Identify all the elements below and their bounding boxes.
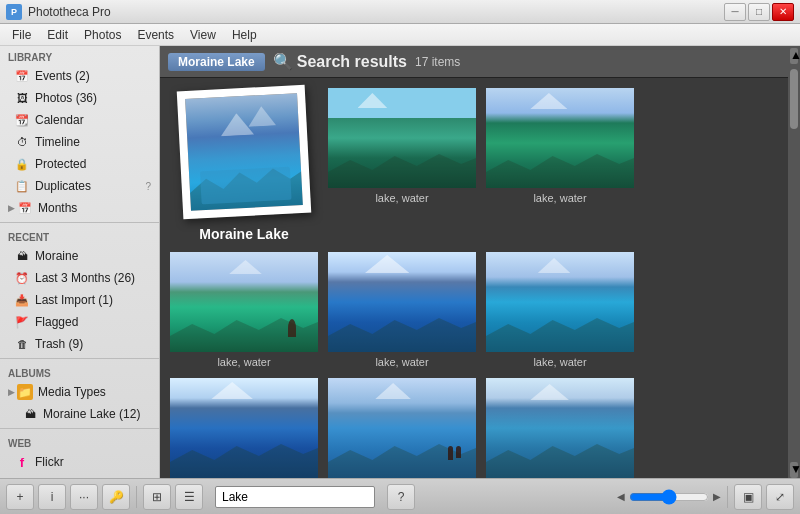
maximize-button[interactable]: □ [748,3,770,21]
app-icon: P [6,4,22,20]
more-button[interactable]: ··· [70,484,98,510]
sidebar-item-morainelake[interactable]: 🏔 Moraine Lake (12) [0,403,159,425]
sidebar-item-moraine[interactable]: 🏔 Moraine [0,245,159,267]
zoom-slider[interactable] [629,489,709,505]
sidebar-item-flagged[interactable]: 🚩 Flagged [0,311,159,333]
search-icon: 🔍 [273,52,293,71]
sidebar-item-google-label: Google [35,477,151,478]
photo-item-8[interactable]: lake, water [486,378,634,478]
calendar-icon: 📆 [14,112,30,128]
scroll-up-arrow[interactable]: ▲ [790,48,798,64]
photo-thumb-4[interactable] [328,252,476,352]
close-button[interactable]: ✕ [772,3,794,21]
recent-section-header: RECENT [0,226,159,245]
grid-view-button[interactable]: ⊞ [143,484,171,510]
key-button[interactable]: 🔑 [102,484,130,510]
mountain-overlay-1 [328,148,476,188]
photo-thumb-7[interactable] [328,378,476,478]
app-title: Phototheca Pro [28,5,724,19]
sidebar-item-events[interactable]: 📅 Events (2) [0,65,159,87]
add-button[interactable]: + [6,484,34,510]
sidebar-item-protected[interactable]: 🔒 Protected [0,153,159,175]
items-count: 17 items [415,55,460,69]
scrollbar[interactable]: ▲ ▼ [788,46,800,478]
view1-button[interactable]: ▣ [734,484,762,510]
menu-help[interactable]: Help [224,26,265,44]
timeline-icon: ⏱ [14,134,30,150]
web-section-header: WEB [0,432,159,451]
photo-thumb-1[interactable] [328,88,476,188]
separator-1 [0,222,159,223]
sidebar-item-mediatypes[interactable]: ▶ 📁 Media Types [0,381,159,403]
photo-item-4[interactable]: lake, water [328,252,476,368]
sidebar-item-google[interactable]: G Google [0,473,159,478]
photo-thumb-5[interactable] [486,252,634,352]
help-button[interactable]: ? [387,484,415,510]
sidebar-item-calendar[interactable]: 📆 Calendar [0,109,159,131]
search-field-area [215,486,375,508]
photo-item-6[interactable]: lake, water [170,378,318,478]
mountain-snow-2 [247,105,276,127]
photo-label-1: lake, water [375,192,428,204]
sidebar-item-flickr[interactable]: f Flickr [0,451,159,473]
photo-item-7[interactable]: lake, water [328,378,476,478]
sidebar-item-lastimport[interactable]: 📥 Last Import (1) [0,289,159,311]
menu-events[interactable]: Events [129,26,182,44]
sidebar-item-timeline-label: Timeline [35,135,151,149]
photo-thumb-8[interactable] [486,378,634,478]
menu-edit[interactable]: Edit [39,26,76,44]
photo-item-2[interactable]: lake, water [486,88,634,242]
search-tag[interactable]: Moraine Lake [168,53,265,71]
search-icon-area: 🔍 Search results [273,52,407,71]
sidebar-item-events-label: Events (2) [35,69,151,83]
sidebar-item-last3months[interactable]: ⏰ Last 3 Months (26) [0,267,159,289]
title-bar: P Phototheca Pro ─ □ ✕ [0,0,800,24]
main-layout: LIBRARY 📅 Events (2) 🖼 Photos (36) 📆 Cal… [0,46,800,478]
menu-view[interactable]: View [182,26,224,44]
mountain-overlay-2 [486,148,634,188]
sidebar-item-timeline[interactable]: ⏱ Timeline [0,131,159,153]
minimize-button[interactable]: ─ [724,3,746,21]
featured-photo-item[interactable]: Moraine Lake [170,88,318,242]
sidebar-item-duplicates[interactable]: 📋 Duplicates ? [0,175,159,197]
scroll-thumb[interactable] [790,69,798,129]
search-input[interactable] [215,486,375,508]
water-reflection [200,166,291,204]
menu-photos[interactable]: Photos [76,26,129,44]
sidebar-item-lastimport-label: Last Import (1) [35,293,151,307]
mountain-overlay-5 [486,312,634,352]
menu-file[interactable]: File [4,26,39,44]
sidebar-item-flagged-label: Flagged [35,315,151,329]
photo-label-4: lake, water [375,356,428,368]
zoom-small-icon: ◀ [617,491,625,502]
photo-thumb-3[interactable] [170,252,318,352]
toolbar-separator-1 [136,486,137,508]
sidebar-item-trash[interactable]: 🗑 Trash (9) [0,333,159,355]
morainelake-icon: 🏔 [22,406,38,422]
zoom-large-icon: ▶ [713,491,721,502]
sidebar-item-morainelake-label: Moraine Lake (12) [43,407,151,421]
expand-icon: ▶ [8,203,15,213]
photo-item-1[interactable]: lake, water [328,88,476,242]
protected-icon: 🔒 [14,156,30,172]
duplicates-help-icon: ? [145,181,151,192]
flagged-icon: 🚩 [14,314,30,330]
sidebar-item-months[interactable]: ▶ 📅 Months [0,197,159,219]
photo-thumb-2[interactable] [486,88,634,188]
scroll-down-arrow[interactable]: ▼ [790,462,798,478]
photo-thumb-6[interactable] [170,378,318,478]
mediatypes-expand-icon: ▶ [8,387,15,397]
info-button[interactable]: i [38,484,66,510]
view2-button[interactable]: ⤢ [766,484,794,510]
sidebar-item-duplicates-label: Duplicates [35,179,145,193]
duplicates-icon: 📋 [14,178,30,194]
trash-icon: 🗑 [14,336,30,352]
events-icon: 📅 [14,68,30,84]
months-icon: 📅 [17,200,33,216]
photo-item-3[interactable]: lake, water [170,252,318,368]
mountain-snow-1 [220,112,255,136]
list-view-button[interactable]: ☰ [175,484,203,510]
featured-photo-thumb[interactable] [177,85,312,220]
sidebar-item-photos[interactable]: 🖼 Photos (36) [0,87,159,109]
photo-item-5[interactable]: lake, water [486,252,634,368]
